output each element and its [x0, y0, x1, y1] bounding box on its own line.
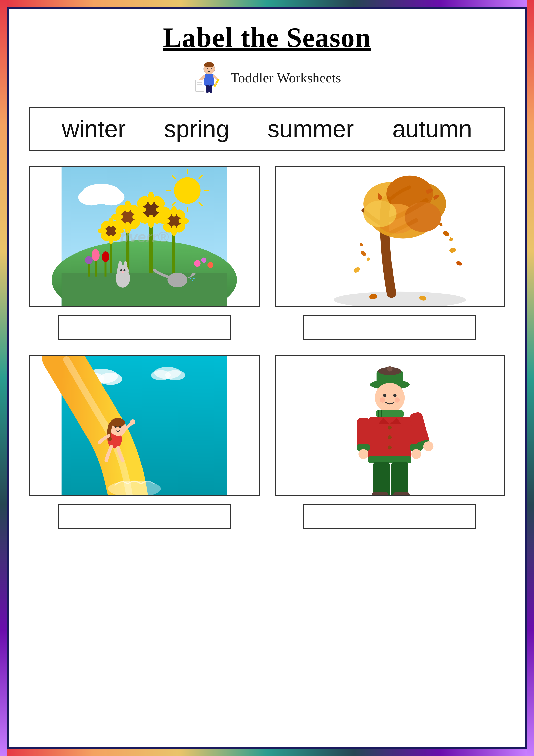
svg-point-116: [111, 418, 125, 427]
svg-point-3: [211, 68, 212, 69]
svg-rect-4: [204, 74, 214, 86]
svg-rect-13: [206, 85, 209, 93]
svg-rect-135: [368, 417, 411, 463]
svg-point-18: [174, 177, 201, 203]
svg-point-80: [190, 278, 191, 279]
svg-point-62: [171, 206, 177, 217]
logo-text: Toddler Worksheets: [231, 70, 341, 86]
winter-image-box: [275, 355, 505, 497]
svg-rect-149: [371, 492, 388, 496]
autumn-card: [275, 166, 505, 340]
summer-scene: [30, 356, 259, 496]
svg-point-88: [123, 269, 125, 271]
svg-point-81: [191, 280, 193, 281]
svg-point-97: [405, 202, 441, 232]
logo-icon: [193, 61, 226, 94]
autumn-scene: [276, 167, 504, 307]
svg-point-1: [204, 62, 214, 67]
svg-rect-7: [195, 80, 204, 92]
svg-point-124: [387, 366, 392, 371]
svg-point-128: [380, 397, 385, 403]
svg-point-63: [171, 225, 177, 236]
svg-point-129: [394, 397, 399, 403]
winter-card: [275, 355, 505, 529]
autumn-image-box: [275, 166, 505, 308]
winter-label-box[interactable]: [303, 504, 476, 529]
summer-image-box: [29, 355, 260, 497]
autumn-label-box[interactable]: [303, 315, 476, 340]
spring-scene: [30, 167, 259, 307]
svg-point-76: [194, 260, 200, 267]
svg-point-42: [147, 192, 154, 205]
spring-card: fiverr®: [29, 166, 260, 340]
svg-point-65: [179, 218, 189, 224]
word-winter: winter: [62, 115, 126, 143]
svg-point-55: [115, 228, 124, 233]
svg-point-79: [167, 273, 187, 287]
svg-point-126: [383, 394, 386, 397]
summer-label-box[interactable]: [58, 504, 231, 529]
svg-point-44: [133, 206, 146, 213]
svg-point-75: [85, 256, 93, 264]
svg-point-109: [99, 373, 122, 385]
svg-point-78: [208, 262, 214, 268]
svg-point-73: [102, 252, 109, 262]
spring-label-box[interactable]: [58, 315, 231, 340]
word-summer: summer: [267, 115, 354, 143]
svg-point-54: [98, 228, 107, 233]
svg-rect-14: [210, 85, 213, 93]
svg-point-85: [118, 261, 122, 270]
svg-point-77: [201, 257, 206, 262]
svg-point-29: [98, 189, 124, 205]
svg-point-138: [388, 435, 392, 440]
svg-point-119: [130, 419, 136, 425]
spring-image-box: fiverr®: [29, 166, 260, 308]
svg-point-64: [159, 218, 170, 224]
svg-point-127: [393, 394, 396, 397]
season-grid: fiverr®: [29, 166, 505, 529]
winter-scene: [276, 356, 504, 496]
svg-rect-147: [391, 462, 408, 496]
svg-rect-17: [62, 273, 227, 307]
svg-point-117: [114, 426, 116, 428]
svg-rect-151: [393, 492, 410, 496]
word-bank: winter spring summer autumn: [29, 107, 505, 151]
svg-point-144: [358, 449, 368, 459]
svg-point-89: [122, 271, 124, 273]
svg-point-32: [124, 200, 131, 212]
svg-point-118: [119, 426, 121, 428]
word-autumn: autumn: [392, 115, 472, 143]
svg-point-53: [108, 235, 114, 244]
summer-card: [29, 355, 260, 529]
svg-point-87: [120, 269, 122, 271]
svg-point-125: [375, 383, 405, 413]
svg-point-145: [411, 449, 421, 459]
svg-point-86: [123, 261, 127, 270]
svg-point-34: [111, 214, 123, 220]
logo-area: Toddler Worksheets: [29, 61, 505, 94]
svg-point-137: [388, 426, 392, 430]
svg-point-82: [193, 278, 195, 279]
svg-point-112: [165, 370, 185, 380]
svg-point-98: [363, 200, 396, 227]
svg-rect-146: [373, 462, 390, 496]
svg-point-52: [108, 218, 114, 227]
svg-point-71: [92, 249, 100, 261]
word-spring: spring: [164, 115, 229, 143]
svg-point-43: [147, 215, 154, 228]
page-title: Label the Season: [29, 22, 505, 54]
svg-point-2: [207, 68, 208, 69]
svg-point-139: [388, 446, 392, 449]
svg-point-33: [124, 222, 131, 233]
